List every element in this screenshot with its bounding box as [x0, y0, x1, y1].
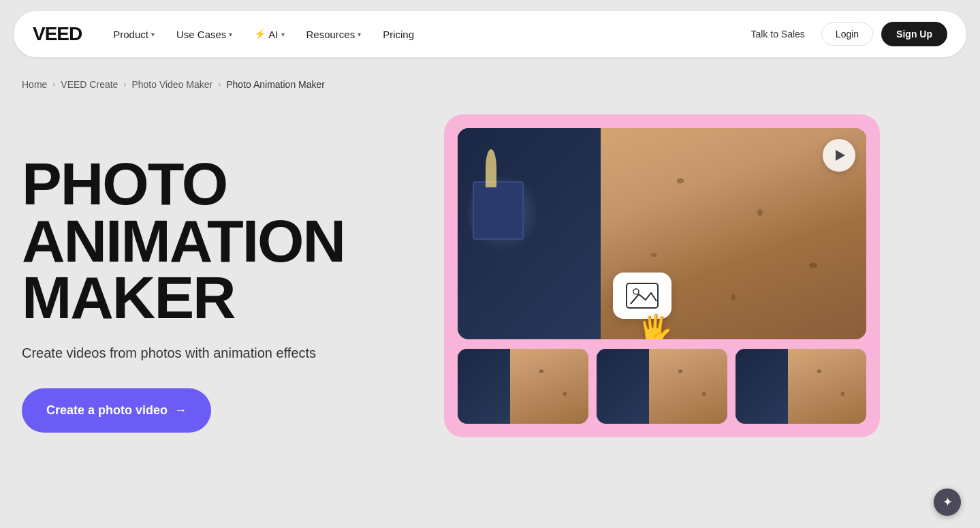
nav-links: Product ▾ Use Cases ▾ ⚡ AI ▾ Resources ▾…: [104, 23, 742, 46]
breadcrumb-separator: ›: [218, 80, 221, 89]
lightning-icon: ⚡: [254, 29, 266, 40]
login-button[interactable]: Login: [821, 22, 873, 46]
cursor-hand-icon: 🖐: [637, 313, 673, 339]
chevron-down-icon: ▾: [358, 31, 361, 38]
talk-to-sales-button[interactable]: Talk to Sales: [742, 23, 812, 45]
magic-tool-button[interactable]: ✦: [934, 488, 961, 516]
navbar: VEED Product ▾ Use Cases ▾ ⚡ AI ▾ Resour…: [14, 11, 966, 57]
monitor-shape: [473, 181, 524, 240]
thumb-office-bg: [597, 349, 655, 424]
main-content: PHOTO ANIMATION MAKER Create videos from…: [0, 101, 980, 437]
brand-logo[interactable]: VEED: [33, 23, 82, 45]
play-triangle-icon: [836, 150, 845, 161]
thumbnail-3[interactable]: [736, 349, 866, 424]
image-icon-overlay: [613, 273, 671, 319]
lamp-shape: [486, 149, 496, 187]
nav-label-pricing: Pricing: [383, 29, 414, 40]
breadcrumb-separator: ›: [123, 80, 126, 89]
cta-label: Create a photo video: [46, 403, 168, 418]
chevron-down-icon: ▾: [151, 31, 155, 38]
hero-subtitle: Create videos from photos with animation…: [22, 345, 430, 361]
breadcrumb-photo-video-maker[interactable]: Photo Video Maker: [131, 79, 212, 90]
nav-item-resources[interactable]: Resources ▾: [297, 23, 371, 46]
thumb-person: [649, 349, 727, 424]
hero-title-line1: PHOTO ANIMATION: [22, 150, 345, 275]
breadcrumb-home[interactable]: Home: [22, 79, 47, 90]
nav-label-product: Product: [113, 29, 148, 40]
chevron-down-icon: ▾: [229, 31, 232, 38]
nav-item-pricing[interactable]: Pricing: [373, 23, 424, 46]
nav-item-product[interactable]: Product ▾: [104, 23, 164, 46]
hero-left: PHOTO ANIMATION MAKER Create videos from…: [22, 114, 430, 433]
nav-label-use-cases: Use Cases: [176, 29, 226, 40]
video-preview-main[interactable]: 🖐: [458, 128, 866, 339]
hero-right: 🖐: [430, 114, 880, 437]
nav-label-resources: Resources: [306, 29, 355, 40]
magic-icon: ✦: [943, 495, 953, 510]
nav-right: Talk to Sales Login Sign Up: [742, 22, 947, 46]
mountain-icon: [625, 282, 659, 309]
nav-item-ai[interactable]: ⚡ AI ▾: [244, 23, 294, 46]
thumbnail-1[interactable]: [458, 349, 588, 424]
chevron-down-icon: ▾: [281, 31, 285, 38]
breadcrumb-current: Photo Animation Maker: [226, 79, 325, 90]
thumbnail-2[interactable]: [597, 349, 727, 424]
nav-label-ai: AI: [268, 29, 278, 40]
nav-item-use-cases[interactable]: Use Cases ▾: [167, 23, 242, 46]
arrow-icon: →: [174, 403, 187, 418]
hero-card: 🖐: [444, 114, 880, 437]
thumb-office-bg: [736, 349, 794, 424]
breadcrumb: Home › VEED Create › Photo Video Maker ›…: [0, 68, 980, 101]
hero-title-line2: MAKER: [22, 264, 235, 331]
signup-button[interactable]: Sign Up: [881, 22, 947, 46]
thumb-office-bg: [458, 349, 516, 424]
play-button[interactable]: [823, 139, 855, 172]
thumb-person: [788, 349, 866, 424]
create-photo-video-button[interactable]: Create a photo video →: [22, 388, 211, 433]
thumb-person: [510, 349, 588, 424]
breadcrumb-separator: ›: [52, 80, 55, 89]
breadcrumb-veed-create[interactable]: VEED Create: [61, 79, 118, 90]
hero-title: PHOTO ANIMATION MAKER: [22, 155, 430, 326]
thumbnail-row: [458, 349, 866, 424]
